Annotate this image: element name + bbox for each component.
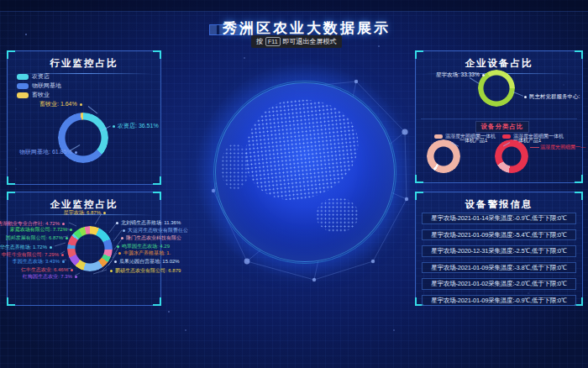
corner-bracket [415, 50, 423, 59]
slice-label-product1: 一体机产品1 [459, 137, 487, 145]
fullscreen-exit-toast: 按 F11 即可退出全屏模式 [251, 35, 342, 48]
legend-label: 物联网基地 [32, 81, 61, 90]
slice-label: 大运河生态牧业有限责任公 [123, 227, 188, 234]
slice-label-minzhucun: 民主村党群服务中心: [524, 93, 580, 101]
slice-label: 瓜果沁园自营基地: 15.02% [114, 258, 180, 265]
globe-continent-dots [239, 93, 363, 204]
slice-label-xingyu: 星宇农场: 33.33% [436, 71, 485, 79]
corner-bracket [415, 175, 423, 183]
corner-bracket [153, 176, 161, 185]
slice-label: 北刘锦生态养殖场: 11.36% [116, 219, 181, 227]
top-strip [0, 0, 588, 12]
category-donut-right[interactable] [495, 139, 528, 173]
enterprise-ratio-panel: 企业监控占比 星宇农场: 6.87% 秀湖鹅业专业合作社: 4.72% 家庭农场… [7, 192, 161, 306]
corner-bracket [7, 176, 15, 185]
category-section-title: 设备分类占比 [475, 121, 529, 133]
corner-bracket [7, 297, 15, 306]
legend-swatch-yellow [17, 92, 29, 98]
legend-swatch-blue [17, 83, 29, 89]
corner-bracket [415, 192, 423, 200]
legend-swatch-red [502, 134, 511, 139]
alarm-row: 星宇农场-2020-12-31采集温度:-2.5℃,低于下限:0℃ [422, 245, 576, 257]
alarm-list: 星宇农场-2021-01-14采集温度:-0.9℃,低于下限:0℃ 星宇农场-2… [422, 213, 576, 311]
legend-item-nongzidian[interactable]: 农资店 [17, 72, 61, 81]
corner-bracket [7, 50, 15, 59]
legend-label: 畜牧业 [32, 91, 50, 99]
equipment-ratio-panel: 企业设备占比 星宇农场: 33.33% 民主村党群服务中心: 设备分类占比 温湿… [415, 50, 583, 183]
slice-label: 李园生态农场: 3.43% [13, 258, 65, 265]
slice-label: 红梅园生态农业: 7.3% [23, 273, 77, 281]
alarm-row: 星宇农场-2021-01-14采集温度:-0.9℃,低于下限:0℃ [422, 213, 576, 224]
corner-bracket [575, 192, 583, 200]
alarm-row: 星宇农场-2021-01-09采集温度:-3.8℃,低于下限:0℃ [422, 262, 576, 274]
f11-key-icon: F11 [265, 37, 281, 46]
panel-title: 企业监控占比 [8, 192, 160, 211]
section-divider [421, 118, 577, 119]
globe-continent-dots [221, 144, 249, 190]
alarm-row: 星宇农场-2021-01-02采集温度:-2.0℃,低于下限:0℃ [422, 278, 576, 290]
corner-bracket [7, 192, 15, 200]
leader-line [530, 147, 539, 148]
slice-label-xumuye: 畜牧业: 1.64% [39, 100, 82, 108]
globe-continent-dots [316, 197, 359, 233]
slice-label: 隆门生态农业科技有限公 [121, 234, 181, 242]
corner-bracket [575, 50, 583, 59]
slice-label-allinone: 温湿度光照细菌一— [540, 144, 585, 151]
alarm-row: 星宇农场-2021-01-09采集温度:-0.9℃,低于下限:0℃ [422, 295, 576, 307]
legend-item-xumuye[interactable]: 畜牧业 [17, 91, 61, 99]
dotted-earth-globe [215, 82, 395, 262]
slice-label: 上华生态养殖场: 1.72% [0, 244, 52, 251]
slice-label: 丰源水产养殖基地: 1. [118, 250, 171, 257]
panel-title: 企业设备占比 [416, 51, 582, 70]
corner-bracket [153, 50, 161, 59]
slice-label-nongzidian: 农资店: 36.51% [113, 122, 159, 130]
slice-label-product1: 一体机产品1 [513, 137, 541, 145]
panel-title: 设备警报信息 [416, 192, 582, 211]
slice-label: 国邦发展有限公司: 6.87% [6, 234, 68, 242]
alarm-row: 星宇农场-2021-01-09采集温度:-5.4℃,低于下限:0℃ [422, 229, 576, 241]
toast-prefix-text: 按 [256, 37, 263, 46]
slice-label: 星宇农场: 6.87% [64, 209, 106, 217]
panel-title: 行业监控占比 [8, 51, 160, 70]
legend-item-wulianwang[interactable]: 物联网基地 [17, 81, 61, 90]
toast-suffix-text: 即可退出全屏模式 [283, 37, 337, 46]
legend-swatch-cyan [17, 74, 29, 80]
slice-label: 鹏硕生态农业有限公司: 6.879 [110, 267, 181, 275]
legend-label: 农资店 [32, 72, 50, 81]
leader-line [513, 92, 523, 97]
corner-bracket [153, 297, 161, 306]
industry-ratio-panel: 行业监控占比 农资店 物联网基地 畜牧业 畜牧业: 1.64% 农资店: 36.… [7, 50, 161, 185]
corner-bracket [153, 192, 161, 200]
slice-label-wulianwang: 物联网基地: 61.85% [19, 148, 77, 156]
slice-label: 家庭农场有限公司: 7.72% [10, 226, 72, 234]
dashboard-screen: 秀洲区农业大数据展示 按 F11 即可退出全屏模式 [0, 0, 588, 368]
enterprise-donut-chart[interactable] [67, 226, 113, 271]
alarm-info-panel: 设备警报信息 星宇农场-2021-01-14采集温度:-0.9℃,低于下限:0℃… [415, 192, 583, 306]
corner-bracket [575, 175, 583, 183]
legend-swatch-salmon [434, 134, 443, 139]
industry-legend: 农资店 物联网基地 畜牧业 [17, 72, 61, 100]
